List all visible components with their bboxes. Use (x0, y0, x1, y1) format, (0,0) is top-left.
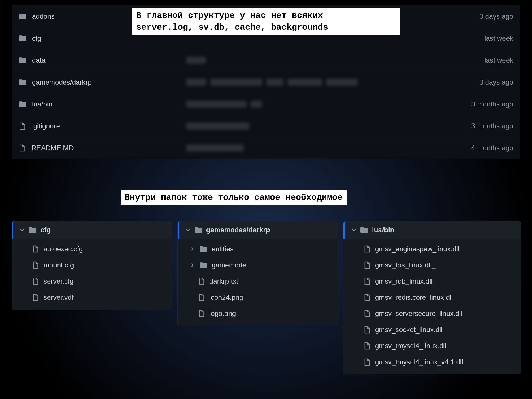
file-age-cell: last week (438, 56, 513, 64)
file-name-cell[interactable]: data (19, 56, 186, 64)
tree-item[interactable]: server.vdf (32, 289, 166, 306)
file-name-cell[interactable]: gamemodes/darkrp (19, 78, 186, 86)
tree-item-label: gmsv_socket_linux.dll (375, 326, 442, 334)
file-name-label: addons (32, 12, 55, 20)
file-icon (198, 294, 205, 301)
tree-panel-cfg: cfg autoexec.cfgmount.cfgserver.cfgserve… (12, 221, 172, 310)
folder-icon (19, 35, 26, 42)
tree-item[interactable]: mount.cfg (32, 257, 166, 273)
redacted-commit-text (251, 101, 262, 108)
file-icon (364, 261, 371, 269)
file-age-cell: 3 months ago (438, 122, 513, 130)
file-icon (198, 310, 205, 317)
redacted-commit-text (326, 79, 358, 86)
file-icon (32, 245, 39, 253)
tree-item[interactable]: gmsv_socket_linux.dll (364, 322, 514, 338)
chevron-right-icon (190, 246, 195, 252)
tree-item[interactable]: gmsv_fps_linux.dll_ (364, 257, 514, 273)
tree-header-luabin[interactable]: lua/bin (343, 221, 521, 239)
tree-item[interactable]: gmsv_enginespew_linux.dll (364, 241, 514, 257)
folder-icon (19, 78, 26, 86)
file-name-cell[interactable]: .gitignore (19, 122, 186, 130)
commit-message-cell (186, 79, 438, 86)
redacted-commit-text (186, 145, 244, 151)
tree-item[interactable]: entities (190, 241, 331, 257)
file-icon (19, 144, 26, 152)
file-age-cell: 4 months ago (438, 144, 513, 152)
tree-item[interactable]: gmsv_rdb_linux.dll (364, 273, 514, 289)
tree-item-label: gmsv_tmysql4_linux.dll (375, 342, 446, 350)
redacted-commit-text (186, 57, 206, 64)
file-icon (32, 294, 39, 301)
redacted-commit-text (287, 79, 322, 86)
redacted-commit-text (266, 79, 283, 86)
tree-item-label: gmsv_redis.core_linux.dll (375, 293, 453, 301)
chevron-right-icon (190, 263, 195, 268)
tree-item[interactable]: gmsv_tmysql4_linux_v4.1.dll (364, 354, 514, 370)
file-name-label: .gitignore (31, 122, 60, 130)
repo-file-row[interactable]: .gitignore3 months ago (12, 115, 520, 137)
tree-item-label: autoexec.cfg (44, 245, 83, 253)
folder-icon (200, 261, 207, 269)
file-icon (19, 122, 26, 130)
file-icon (364, 245, 371, 253)
file-icon (364, 278, 371, 285)
file-age-cell: 3 days ago (438, 12, 513, 20)
tree-item-label: entities (212, 245, 234, 253)
file-icon (364, 310, 371, 317)
tree-header-cfg[interactable]: cfg (12, 221, 172, 239)
commit-message-cell (186, 123, 438, 130)
tree-item[interactable]: logo.png (198, 306, 331, 322)
tree-item-label: server.cfg (44, 277, 74, 285)
tree-item-label: gmsv_tmysql4_linux_v4.1.dll (375, 358, 463, 366)
file-age-cell: last week (438, 34, 513, 42)
repo-file-row[interactable]: lua/bin3 months ago (12, 93, 520, 115)
tree-item[interactable]: gmsv_serversecure_linux.dll (364, 306, 514, 322)
repo-file-row[interactable]: datalast week (12, 49, 520, 71)
file-name-label: gamemodes/darkrp (32, 78, 92, 86)
tree-item[interactable]: gamemode (190, 257, 331, 273)
file-icon (198, 278, 205, 285)
annotation-top: В главной структуре у нас нет всяких ser… (132, 8, 400, 35)
file-icon (32, 261, 39, 269)
commit-message-cell (186, 57, 438, 64)
file-icon (364, 294, 371, 301)
tree-item[interactable]: gmsv_redis.core_linux.dll (364, 289, 514, 306)
tree-item-label: gmsv_serversecure_linux.dll (375, 310, 463, 318)
redacted-commit-text (186, 123, 249, 130)
tree-item[interactable]: gmsv_tmysql4_linux.dll (364, 338, 514, 354)
file-age-cell: 3 days ago (438, 78, 513, 86)
redacted-commit-text (210, 79, 262, 86)
tree-item[interactable]: darkrp.txt (198, 273, 331, 289)
tree-panel-gamemodes: gamemodes/darkrp entitiesgamemodedarkrp.… (177, 221, 338, 326)
chevron-down-icon (351, 227, 356, 233)
file-name-label: README.MD (31, 144, 74, 152)
file-icon (32, 278, 39, 285)
tree-item-label: gmsv_rdb_linux.dll (375, 277, 433, 285)
file-name-label: lua/bin (32, 100, 52, 108)
tree-item-label: darkrp.txt (209, 277, 238, 285)
tree-header-gamemodes[interactable]: gamemodes/darkrp (178, 221, 338, 239)
tree-title: cfg (40, 226, 51, 234)
tree-item[interactable]: autoexec.cfg (32, 241, 166, 257)
tree-item-label: gmsv_fps_linux.dll_ (375, 261, 435, 269)
file-name-cell[interactable]: cfg (19, 34, 186, 42)
file-name-cell[interactable]: lua/bin (19, 100, 186, 108)
tree-item-label: gmsv_enginespew_linux.dll (375, 245, 459, 253)
tree-item[interactable]: server.cfg (32, 273, 166, 289)
repo-file-row[interactable]: README.MD4 months ago (12, 137, 520, 159)
file-icon (364, 326, 371, 334)
file-name-label: data (32, 56, 46, 64)
file-name-label: cfg (32, 34, 41, 42)
folder-icon (19, 57, 26, 64)
folder-icon (200, 245, 207, 253)
file-age-cell: 3 months ago (438, 100, 513, 108)
file-icon (364, 358, 371, 366)
file-icon (364, 342, 371, 350)
file-name-cell[interactable]: README.MD (19, 144, 186, 152)
tree-item-label: logo.png (209, 310, 236, 318)
repo-file-row[interactable]: gamemodes/darkrp3 days ago (12, 71, 520, 93)
folder-icon (19, 100, 26, 108)
folder-icon (19, 13, 26, 20)
tree-item[interactable]: icon24.png (198, 289, 331, 306)
